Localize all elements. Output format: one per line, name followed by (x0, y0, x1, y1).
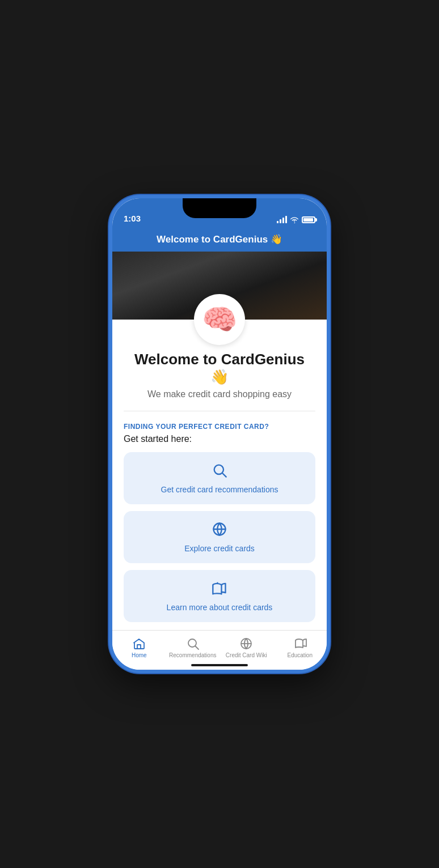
app-header: Welcome to CardGenius 👋 (112, 227, 327, 252)
nav-education-label: Education (288, 652, 313, 658)
learn-label: Learn more about credit cards (167, 603, 273, 612)
nav-item-education[interactable]: Education (273, 637, 327, 658)
wifi-icon (290, 216, 299, 223)
battery-icon (302, 216, 315, 223)
notch (183, 198, 256, 218)
nav-item-home[interactable]: Home (112, 637, 166, 658)
home-icon (132, 637, 146, 650)
status-time: 1:03 (124, 214, 141, 223)
finding-section: FINDING YOUR PERFECT CREDIT CARD? Get st… (124, 411, 315, 630)
credit-card-wiki-nav-icon (239, 637, 253, 650)
nav-home-label: Home (132, 652, 147, 658)
nav-item-credit-card-wiki[interactable]: Credit Card Wiki (220, 637, 273, 658)
get-recommendations-button[interactable]: Get credit card recommendations (124, 452, 315, 504)
welcome-subtitle: We make credit card shopping easy (124, 389, 315, 399)
content-scroll[interactable]: 🧠 Welcome to CardGenius 👋 We make credit… (112, 252, 327, 630)
search-icon (212, 462, 227, 480)
phone-frame: 1:03 Welcome to CardGenius 👋 (109, 195, 330, 673)
explore-cards-button[interactable]: Explore credit cards (124, 511, 315, 563)
nav-recommendations-label: Recommendations (169, 652, 216, 658)
globe-icon (212, 521, 227, 539)
finding-intro: Get started here: (124, 434, 315, 444)
finding-label: FINDING YOUR PERFECT CREDIT CARD? (124, 423, 315, 431)
app-header-title: Welcome to CardGenius 👋 (157, 233, 282, 245)
welcome-section: Welcome to CardGenius 👋 We make credit c… (124, 351, 315, 411)
main-content: Welcome to CardGenius 👋 We make credit c… (112, 320, 327, 630)
home-indicator (191, 664, 248, 666)
welcome-title: Welcome to CardGenius 👋 (124, 351, 315, 386)
nav-wiki-label: Credit Card Wiki (226, 652, 267, 658)
education-nav-icon (293, 637, 307, 650)
recommendations-nav-icon (186, 637, 200, 650)
svg-line-6 (195, 646, 199, 649)
nav-item-recommendations[interactable]: Recommendations (166, 637, 220, 658)
svg-line-1 (222, 473, 226, 476)
signal-icon (277, 216, 287, 223)
book-icon (212, 580, 227, 598)
hero-image: 🧠 (112, 252, 327, 320)
explore-label: Explore credit cards (184, 544, 255, 553)
recommendations-label: Get credit card recommendations (161, 485, 278, 494)
learn-more-button[interactable]: Learn more about credit cards (124, 570, 315, 622)
status-icons (277, 216, 315, 223)
app-logo: 🧠 (194, 294, 245, 345)
